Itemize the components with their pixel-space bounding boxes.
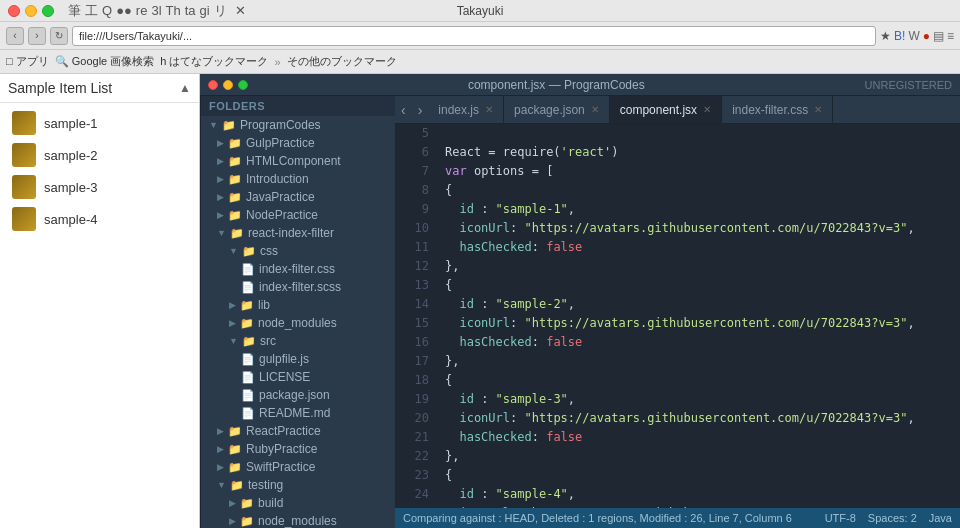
- search-icon[interactable]: Q: [102, 3, 112, 18]
- code-token: false: [546, 430, 582, 444]
- file-item[interactable]: 📄LICENSE: [201, 368, 395, 386]
- avatar: [12, 175, 36, 199]
- folder-item[interactable]: ▼📁ProgramCodes: [201, 116, 395, 134]
- tab-close-icon[interactable]: ✕: [485, 104, 493, 115]
- folder-item[interactable]: ▶📁lib: [201, 296, 395, 314]
- folder-item[interactable]: ▶📁NodePractice: [201, 206, 395, 224]
- code-token: ,: [568, 202, 575, 216]
- editor-max-btn[interactable]: [238, 80, 248, 90]
- code-token: options = [: [467, 164, 554, 178]
- bookmark-star-icon[interactable]: ★: [880, 29, 891, 43]
- tab-nav-left[interactable]: ‹: [395, 96, 412, 123]
- folder-item[interactable]: ▶📁node_modules: [201, 512, 395, 528]
- bookmark-b-icon[interactable]: B!: [894, 29, 905, 43]
- bookmark-other[interactable]: その他のブックマーク: [287, 54, 397, 69]
- line-number: 13: [395, 276, 429, 295]
- more-icon[interactable]: ≡: [947, 29, 954, 43]
- line-number: 18: [395, 371, 429, 390]
- close-tab-icon[interactable]: ✕: [235, 3, 246, 18]
- minimize-button[interactable]: [25, 5, 37, 17]
- folder-item[interactable]: ▶📁node_modules: [201, 314, 395, 332]
- code-area[interactable]: 5678910111213141516171819202122232425262…: [395, 124, 960, 508]
- code-line: id : "sample-2",: [445, 295, 960, 314]
- folder-item[interactable]: ▼📁react-index-filter: [201, 224, 395, 242]
- tab-close-icon[interactable]: ✕: [703, 104, 711, 115]
- code-token: :: [510, 221, 524, 235]
- code-token: :: [474, 392, 496, 406]
- file-item[interactable]: 📄README.md: [201, 404, 395, 422]
- browser-icons: ★ B! W ● ▤ ≡: [880, 29, 954, 43]
- code-token: {: [445, 468, 452, 482]
- editor-tab[interactable]: index.js✕: [428, 96, 504, 123]
- folder-item[interactable]: ▶📁JavaPractice: [201, 188, 395, 206]
- code-token: },: [445, 354, 459, 368]
- folder-item[interactable]: ▶📁build: [201, 494, 395, 512]
- folder-icon: 📁: [228, 209, 242, 222]
- folder-label: SwiftPractice: [246, 460, 315, 474]
- list-item[interactable]: sample-4: [0, 203, 199, 235]
- folder-item[interactable]: ▶📁Introduction: [201, 170, 395, 188]
- editor-min-btn[interactable]: [223, 80, 233, 90]
- code-line: id : "sample-4",: [445, 485, 960, 504]
- item-label: sample-3: [44, 180, 97, 195]
- bookmark-hatena[interactable]: h はてなブックマーク: [160, 54, 268, 69]
- code-line: hasChecked: false: [445, 238, 960, 257]
- folder-item[interactable]: ▶📁GulpPractice: [201, 134, 395, 152]
- editor-traffic-lights: [208, 80, 248, 90]
- address-bar[interactable]: file:///Users/Takayuki/...: [72, 26, 876, 46]
- folder-icon: 📁: [242, 245, 256, 258]
- bookmark-w-icon[interactable]: W: [908, 29, 919, 43]
- code-line: [445, 124, 960, 143]
- code-content[interactable]: React = require('react')var options = [{…: [437, 124, 960, 508]
- hatena-icon[interactable]: ●: [923, 29, 930, 43]
- bookmark-google[interactable]: 🔍 Google 画像検索: [55, 54, 155, 69]
- folder-closed-arrow: ▶: [217, 138, 224, 148]
- folder-item[interactable]: ▶📁SwiftPractice: [201, 458, 395, 476]
- tab-nav-right[interactable]: ›: [412, 96, 429, 123]
- rss-icon[interactable]: ▤: [933, 29, 944, 43]
- back-button[interactable]: ‹: [6, 27, 24, 45]
- tab-close-icon[interactable]: ✕: [591, 104, 599, 115]
- editor-tab[interactable]: component.jsx✕: [610, 96, 722, 123]
- tab-close-icon[interactable]: ✕: [814, 104, 822, 115]
- folder-item[interactable]: ▶📁RubyPractice: [201, 440, 395, 458]
- folder-item[interactable]: ▶📁ReactPractice: [201, 422, 395, 440]
- folder-item[interactable]: ▼📁testing: [201, 476, 395, 494]
- panel-header: Sample Item List ▲: [0, 74, 199, 103]
- folder-item[interactable]: ▼📁css: [201, 242, 395, 260]
- folder-item[interactable]: ▶📁HTMLComponent: [201, 152, 395, 170]
- bookmark-bar: □ アプリ 🔍 Google 画像検索 h はてなブックマーク » その他のブッ…: [0, 50, 960, 74]
- toolbar-icon-1[interactable]: 筆: [68, 2, 81, 20]
- code-token: var: [445, 164, 467, 178]
- folders-header: FOLDERS: [201, 96, 395, 116]
- bookmark-apps[interactable]: □ アプリ: [6, 54, 49, 69]
- file-item[interactable]: 📄gulpfile.js: [201, 350, 395, 368]
- toolbar-icon-ri: リ: [214, 2, 227, 20]
- toolbar-icon-3[interactable]: ●●: [116, 3, 132, 18]
- folder-icon: 📁: [228, 191, 242, 204]
- editor-tab[interactable]: package.json✕: [504, 96, 610, 123]
- list-item[interactable]: sample-1: [0, 107, 199, 139]
- list-item[interactable]: sample-2: [0, 139, 199, 171]
- code-token: React = require(: [445, 145, 561, 159]
- code-token: ,: [907, 411, 914, 425]
- close-button[interactable]: [8, 5, 20, 17]
- maximize-button[interactable]: [42, 5, 54, 17]
- file-item[interactable]: 📄package.json: [201, 386, 395, 404]
- file-item[interactable]: 📄index-filter.scss: [201, 278, 395, 296]
- toolbar-icon-2[interactable]: 工: [85, 2, 98, 20]
- collapse-button[interactable]: ▲: [179, 81, 191, 95]
- avatar: [12, 111, 36, 135]
- line-number: 7: [395, 162, 429, 181]
- file-icon: 📄: [241, 371, 255, 384]
- code-token: },: [445, 449, 459, 463]
- forward-button[interactable]: ›: [28, 27, 46, 45]
- code-token: false: [546, 240, 582, 254]
- file-item[interactable]: 📄index-filter.css: [201, 260, 395, 278]
- editor-close-btn[interactable]: [208, 80, 218, 90]
- reload-button[interactable]: ↻: [50, 27, 68, 45]
- list-item[interactable]: sample-3: [0, 171, 199, 203]
- editor-tab[interactable]: index-filter.css✕: [722, 96, 833, 123]
- folder-item[interactable]: ▼📁src: [201, 332, 395, 350]
- folder-icon: 📁: [242, 335, 256, 348]
